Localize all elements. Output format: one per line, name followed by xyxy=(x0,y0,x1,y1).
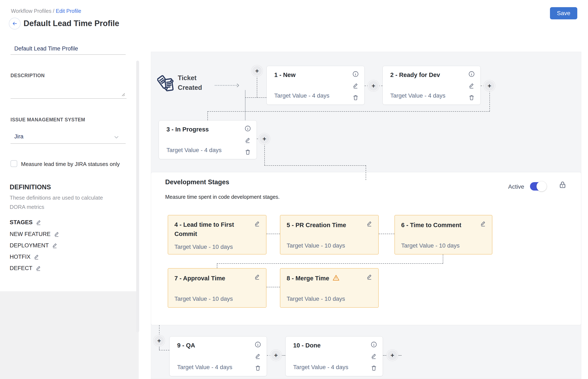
add-stage-button[interactable]: + xyxy=(251,65,263,77)
add-stage-button[interactable]: + xyxy=(368,80,379,92)
start-node-label: Ticket Created xyxy=(178,73,202,93)
stages-label: STAGES xyxy=(10,219,32,226)
stage-card-qa[interactable]: 9 - QA Target Value - 4 days xyxy=(169,336,267,376)
stage-type-hotfix: HOTFIX xyxy=(10,254,40,260)
save-button[interactable]: Save xyxy=(550,7,577,19)
breadcrumb: Workflow Profiles / Edit Profile xyxy=(11,8,81,14)
add-stage-button[interactable]: + xyxy=(259,133,270,144)
jira-statuses-checkbox-label: Measure lead time by JIRA statuses only xyxy=(21,161,120,167)
dev-stage-target-value: Target Value - 10 days xyxy=(174,296,233,302)
info-icon[interactable] xyxy=(468,71,475,77)
stage-type-deployment: DEPLOYMENT xyxy=(10,242,58,249)
edit-pencil-icon[interactable] xyxy=(371,353,377,360)
add-stage-button[interactable]: + xyxy=(270,349,282,361)
warning-triangle-icon[interactable] xyxy=(332,274,340,282)
description-textarea[interactable] xyxy=(11,82,126,99)
lock-icon[interactable] xyxy=(558,180,567,189)
stage-type-label: NEW FEATURE xyxy=(10,231,51,237)
dev-stage-title: 6 - Time to Comment xyxy=(401,221,473,230)
dev-stage-card-time-to-comment[interactable]: 6 - Time to Comment Target Value - 10 da… xyxy=(394,215,492,254)
connector xyxy=(217,263,443,264)
dev-stage-target-value: Target Value - 10 days xyxy=(287,296,345,302)
dev-stage-card-lead-time-first-commit[interactable]: 4 - Lead time to First Commit Target Val… xyxy=(168,215,267,254)
edit-pencil-icon[interactable] xyxy=(255,353,261,360)
add-stage-button[interactable]: + xyxy=(153,335,165,347)
connector xyxy=(159,325,160,336)
edit-deployment-icon[interactable] xyxy=(52,242,58,249)
stage-card-done[interactable]: 10 - Done Target Value - 4 days xyxy=(285,336,383,376)
dev-stage-card-approval-time[interactable]: 7 - Approval Time Target Value - 10 days xyxy=(168,268,267,308)
connector xyxy=(264,165,366,166)
sidebar-background xyxy=(0,291,139,379)
stage-card-target-value: Target Value - 4 days xyxy=(166,147,222,154)
development-stages-subtitle: Measure time spent in code development s… xyxy=(165,194,280,200)
delete-trash-icon[interactable] xyxy=(352,94,359,101)
dev-stage-title: 8 - Merge Time xyxy=(287,274,375,283)
add-stage-button[interactable]: + xyxy=(387,349,398,361)
jira-statuses-checkbox[interactable] xyxy=(11,160,17,167)
dev-stage-card-merge-time[interactable]: 8 - Merge Time Target Value - 10 days xyxy=(280,268,379,308)
definitions-title: DEFINITIONS xyxy=(10,183,51,191)
plus-icon: + xyxy=(262,136,266,142)
edit-pencil-icon[interactable] xyxy=(244,137,251,144)
issue-management-system-select[interactable]: Jira xyxy=(11,131,126,144)
delete-trash-icon[interactable] xyxy=(255,365,261,371)
connector xyxy=(257,76,257,98)
plus-icon: + xyxy=(372,83,375,89)
dev-stage-card-pr-creation-time[interactable]: 5 - PR Creation Time Target Value - 10 d… xyxy=(280,215,379,254)
connector xyxy=(264,144,265,166)
ticket-icon xyxy=(157,73,177,96)
info-icon[interactable] xyxy=(371,341,377,348)
edit-pencil-icon[interactable] xyxy=(480,221,486,227)
stage-type-label: DEFECT xyxy=(10,265,32,271)
back-button[interactable] xyxy=(9,18,21,30)
edit-new-feature-icon[interactable] xyxy=(54,231,60,237)
stage-card-new[interactable]: 1 - New Target Value - 4 days xyxy=(267,66,365,105)
stage-card-target-value: Target Value - 4 days xyxy=(177,364,232,371)
delete-trash-icon[interactable] xyxy=(244,149,251,156)
connector xyxy=(267,234,280,234)
edit-stages-icon[interactable] xyxy=(35,219,42,226)
stage-card-in-progress[interactable]: 3 - In Progress Target Value - 4 days xyxy=(159,120,257,159)
resize-handle-icon[interactable] xyxy=(120,92,126,97)
edit-pencil-icon[interactable] xyxy=(352,82,359,89)
edit-pencil-icon[interactable] xyxy=(468,82,475,89)
edit-pencil-icon[interactable] xyxy=(254,274,261,280)
sidebar-scrollbar[interactable] xyxy=(136,61,139,332)
arrow-right-icon xyxy=(235,82,241,88)
info-icon[interactable] xyxy=(255,341,261,348)
stage-card-ready-for-dev[interactable]: 2 - Ready for Dev Target Value - 4 days xyxy=(382,66,481,105)
breadcrumb-current[interactable]: Edit Profile xyxy=(56,8,81,14)
breadcrumb-root[interactable]: Workflow Profiles xyxy=(11,8,51,14)
plus-icon: + xyxy=(274,352,278,358)
delete-trash-icon[interactable] xyxy=(468,94,475,101)
plus-icon: + xyxy=(157,338,161,344)
dev-stage-target-value: Target Value - 10 days xyxy=(287,242,345,249)
breadcrumb-separator: / xyxy=(51,8,56,14)
connector xyxy=(245,97,267,98)
edit-pencil-icon[interactable] xyxy=(366,274,373,280)
connector xyxy=(159,350,169,350)
delete-trash-icon[interactable] xyxy=(371,365,377,371)
chevron-down-icon xyxy=(113,134,120,141)
page-title: Default Lead Time Profile xyxy=(24,19,119,28)
dev-stage-title-text: 8 - Merge Time xyxy=(287,275,329,282)
info-icon[interactable] xyxy=(244,125,251,132)
plus-icon: + xyxy=(488,83,491,89)
profile-name-input[interactable] xyxy=(11,45,126,55)
edit-pencil-icon[interactable] xyxy=(254,221,261,227)
info-icon[interactable] xyxy=(352,71,359,77)
stage-type-new-feature: NEW FEATURE xyxy=(10,231,60,237)
stage-type-label: HOTFIX xyxy=(10,254,30,260)
connector xyxy=(207,111,208,120)
dev-stage-target-value: Target Value - 10 days xyxy=(174,244,233,250)
active-toggle[interactable] xyxy=(530,182,545,190)
stages-header-row: STAGES xyxy=(10,219,42,226)
edit-hotfix-icon[interactable] xyxy=(33,254,40,260)
dev-stage-target-value: Target Value - 10 days xyxy=(401,242,460,249)
edit-pencil-icon[interactable] xyxy=(366,221,373,227)
add-stage-button[interactable]: + xyxy=(484,80,495,92)
stage-card-target-value: Target Value - 4 days xyxy=(293,364,348,371)
edit-defect-icon[interactable] xyxy=(35,265,42,271)
stage-type-label: DEPLOYMENT xyxy=(10,242,49,249)
